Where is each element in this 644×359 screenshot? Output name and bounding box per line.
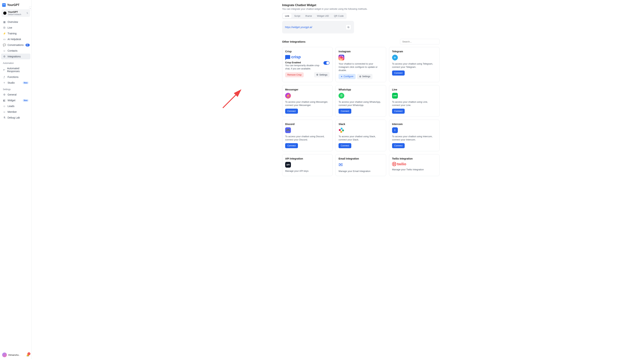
grid-icon: ▦ bbox=[3, 21, 6, 23]
nav-debug[interactable]: ⚗Debug Lab bbox=[1, 115, 30, 121]
card-api: API Integration API Manage your API keys bbox=[282, 154, 332, 176]
nav-conversations[interactable]: 💬Conversations9+ bbox=[1, 42, 30, 48]
nav-studio[interactable]: ✧StudioNew bbox=[1, 80, 30, 86]
telegram-title: Telegram bbox=[392, 50, 436, 53]
card-discord: Discord 🎮 To access your chatbot using D… bbox=[282, 120, 332, 151]
crisp-title: Crisp bbox=[285, 50, 330, 53]
tab-qr-code[interactable]: QR Code bbox=[332, 14, 346, 18]
telegram-desc: To access your chatbot using Telegram, c… bbox=[392, 62, 436, 69]
workspace-name: YourGPT bbox=[8, 11, 25, 13]
card-email: Email Integration ✉ Manage your Email In… bbox=[336, 154, 386, 176]
user-name: Himanshu . bbox=[8, 353, 20, 356]
line-connect-button[interactable]: Connect bbox=[392, 109, 405, 114]
nav-member[interactable]: ☺Member bbox=[1, 109, 30, 115]
nav-training[interactable]: ⚡Training bbox=[1, 31, 30, 36]
other-integrations-title: Other Integrations bbox=[282, 40, 306, 43]
crisp-settings-button[interactable]: ⚙Settings bbox=[314, 72, 330, 77]
reply-icon: ↩ bbox=[3, 68, 6, 71]
workspace-switcher[interactable]: YourGPT Delta4 Infotech ⇅ bbox=[2, 9, 30, 17]
nav-integrations[interactable]: ⚙Integrations bbox=[1, 54, 30, 59]
instagram-configure-button[interactable]: ✦Configure bbox=[338, 74, 356, 79]
instagram-title: Instagram bbox=[338, 50, 383, 53]
nav-general[interactable]: ⚙General bbox=[1, 92, 30, 98]
crisp-enabled-desc: You can temporarily disable crisp chat, … bbox=[285, 64, 322, 70]
whatsapp-desc: To access your chatbot using WhatsApp, c… bbox=[338, 100, 383, 107]
nav-helpdesk[interactable]: ▭AI Helpdesk bbox=[1, 36, 30, 42]
discord-icon: 🎮 bbox=[285, 127, 291, 133]
widget-icon: ◧ bbox=[3, 99, 6, 102]
crisp-toggle[interactable] bbox=[324, 61, 330, 65]
discord-connect-button[interactable]: Connect bbox=[285, 143, 298, 148]
tab-script[interactable]: Script bbox=[292, 14, 302, 18]
intercom-connect-button[interactable]: Connect bbox=[392, 143, 405, 148]
bolt-icon: ⚡ bbox=[3, 32, 6, 35]
nav-live[interactable]: ⦿Live bbox=[1, 25, 30, 31]
card-telegram: Telegram ✈ To access your chatbot using … bbox=[389, 47, 440, 82]
integration-tabs: Link Script Iframe Widget UID QR Code bbox=[282, 13, 346, 19]
annotation-arrow bbox=[221, 86, 244, 110]
whatsapp-title: WhatsApp bbox=[338, 88, 383, 91]
card-twilio: Twilio Integration twilio Manage your Tw… bbox=[389, 154, 440, 176]
api-desc: Manage your API keys bbox=[285, 169, 330, 173]
brand-icon bbox=[2, 3, 6, 7]
tab-widget-uid[interactable]: Widget UID bbox=[315, 14, 331, 18]
flask-icon: ⚗ bbox=[3, 116, 6, 119]
messenger-desc: To access your chatbot using Messenger, … bbox=[285, 100, 330, 107]
crisp-enabled-title: Crisp Enabled bbox=[285, 61, 322, 64]
instagram-desc: Your chatbot is connected to your Instag… bbox=[338, 62, 383, 72]
slack-icon bbox=[338, 127, 344, 133]
page-subtitle: You can integrate your chatbot widget in… bbox=[282, 8, 440, 10]
card-slack: Slack To access your chatbot using Slack… bbox=[336, 120, 386, 151]
line-icon: LINE bbox=[392, 93, 398, 99]
telegram-connect-button[interactable]: Connect bbox=[392, 71, 405, 76]
nav-contacts[interactable]: ☺Contacts bbox=[1, 48, 30, 54]
widget-link-box: https://widget.yourgpt.ai/ ⧉ bbox=[282, 21, 354, 34]
nav-functions[interactable]: ƒFunctions bbox=[1, 74, 30, 80]
card-intercom: Intercom ⦀ To access your chatbot using … bbox=[389, 120, 440, 151]
slack-connect-button[interactable]: Connect bbox=[338, 143, 351, 148]
remove-crisp-button[interactable]: Remove Crisp bbox=[285, 72, 304, 77]
email-icon: ✉ bbox=[338, 162, 383, 168]
widget-url-link[interactable]: https://widget.yourgpt.ai/ bbox=[285, 26, 312, 29]
notifications-bell[interactable]: 🔔3 bbox=[26, 353, 29, 356]
instagram-settings-button[interactable]: ⚙Settings bbox=[357, 74, 372, 79]
nav-overview[interactable]: ▦Overview bbox=[1, 19, 30, 25]
nav-widget[interactable]: ◧WidgetNew bbox=[1, 98, 30, 103]
instagram-icon bbox=[338, 55, 344, 61]
copy-button[interactable]: ⧉ bbox=[346, 25, 351, 30]
discord-title: Discord bbox=[285, 123, 330, 126]
conversations-badge: 9+ bbox=[26, 44, 30, 46]
card-crisp: Crisp crisp Crisp Enabled You can tempor… bbox=[282, 47, 332, 82]
member-icon: ☺ bbox=[3, 110, 6, 113]
messenger-connect-button[interactable]: Connect bbox=[285, 109, 298, 114]
nav-leads[interactable]: ☺Leads bbox=[1, 103, 30, 109]
automation-section-label: Automation bbox=[1, 59, 30, 66]
nav-automated-responses[interactable]: ↩Automated Responses bbox=[1, 66, 30, 74]
search-input[interactable] bbox=[400, 39, 440, 45]
wrench-icon: ✦ bbox=[341, 75, 343, 78]
page-title: Integrate Chatbot Widget bbox=[282, 4, 440, 7]
workspace-sub: Delta4 Infotech bbox=[8, 13, 25, 16]
telegram-icon: ✈ bbox=[392, 55, 398, 61]
twilio-title: Twilio Integration bbox=[392, 157, 436, 160]
leads-icon: ☺ bbox=[3, 105, 6, 108]
line-title: Line bbox=[392, 88, 436, 91]
svg-line-0 bbox=[223, 90, 241, 108]
whatsapp-connect-button[interactable]: Connect bbox=[338, 109, 351, 114]
slack-title: Slack bbox=[338, 123, 383, 126]
studio-icon: ✧ bbox=[3, 81, 6, 84]
card-instagram: Instagram Your chatbot is connected to y… bbox=[336, 47, 386, 82]
brand-logo: YourGPT bbox=[0, 0, 32, 9]
email-desc: Manage your Email Integration bbox=[338, 170, 383, 173]
brand-name: YourGPT bbox=[7, 4, 20, 7]
tab-link[interactable]: Link bbox=[283, 14, 292, 18]
tab-iframe[interactable]: Iframe bbox=[303, 14, 314, 18]
crisp-logo: crisp bbox=[285, 55, 330, 59]
function-icon: ƒ bbox=[3, 76, 6, 78]
chat-icon: 💬 bbox=[3, 44, 6, 46]
user-row[interactable]: Himanshu . 🔔3 bbox=[0, 350, 32, 359]
live-icon: ⦿ bbox=[3, 26, 6, 29]
widget-new-badge: New bbox=[23, 99, 28, 102]
chevron-updown-icon: ⇅ bbox=[26, 12, 28, 15]
intercom-icon: ⦀ bbox=[392, 127, 398, 133]
